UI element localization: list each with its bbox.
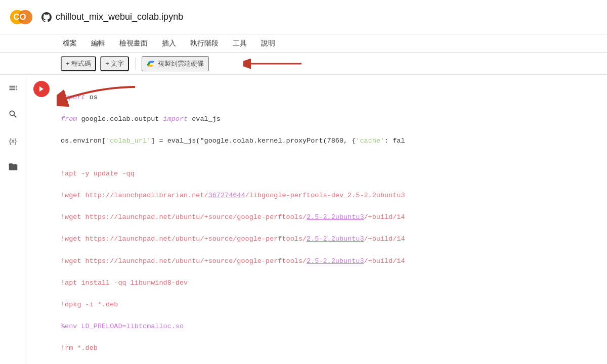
menu-file[interactable]: 檔案: [61, 38, 79, 49]
svg-text:CO: CO: [13, 12, 26, 22]
cell-code-content[interactable]: import os from google.colab.output impor…: [57, 79, 607, 364]
code-cell: import os from google.colab.output impor…: [26, 75, 607, 364]
add-code-button[interactable]: + 程式碼: [61, 56, 96, 71]
files-icon[interactable]: [6, 160, 20, 174]
copy-to-drive-button[interactable]: 複製到雲端硬碟: [142, 56, 209, 71]
content-area: import os from google.colab.output impor…: [26, 75, 607, 364]
menu-insert[interactable]: 插入: [160, 38, 178, 49]
menu-help[interactable]: 說明: [259, 38, 277, 49]
drive-icon: [147, 60, 155, 68]
search-icon[interactable]: [6, 107, 20, 121]
menu-bar: 檔案 編輯 檢視畫面 插入 執行階段 工具 說明: [0, 34, 607, 53]
variables-icon[interactable]: {x}: [6, 133, 20, 148]
file-title-area: chillout_mix_webui_colab.ipynb: [41, 12, 183, 22]
top-bar: CO chillout_mix_webui_colab.ipynb: [0, 0, 607, 34]
menu-runtime[interactable]: 執行階段: [188, 38, 221, 49]
table-of-contents-icon[interactable]: [6, 81, 20, 95]
menu-view[interactable]: 檢視畫面: [117, 38, 150, 49]
sidebar-icons: {x}: [0, 75, 26, 364]
cell-gutter: [26, 79, 57, 364]
github-icon: [41, 12, 52, 22]
toolbar: + 程式碼 + 文字 複製到雲端硬碟: [0, 53, 607, 75]
copy-drive-label: 複製到雲端硬碟: [158, 59, 204, 68]
main-layout: {x} import os from google.colab: [0, 75, 607, 364]
menu-tools[interactable]: 工具: [231, 38, 249, 49]
add-text-button[interactable]: + 文字: [100, 56, 129, 71]
run-cell-button[interactable]: [33, 81, 50, 97]
menu-edit[interactable]: 編輯: [89, 38, 107, 49]
file-name: chillout_mix_webui_colab.ipynb: [56, 12, 183, 22]
toolbar-arrow-annotation: [243, 54, 304, 74]
colab-logo: CO: [8, 4, 34, 30]
toolbar-divider: [135, 58, 136, 70]
svg-marker-5: [39, 86, 44, 92]
